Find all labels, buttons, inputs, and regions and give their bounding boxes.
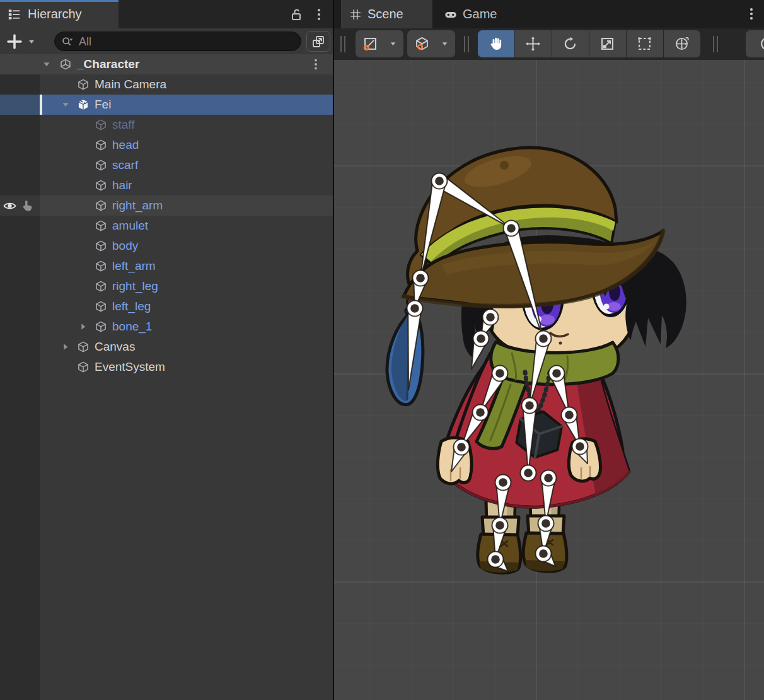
hierarchy-item-label: bone_1 — [112, 317, 152, 337]
hierarchy-row-_character[interactable]: _Character — [0, 54, 333, 74]
bone-joint-core — [539, 549, 548, 558]
bone-joint-core — [576, 442, 584, 451]
toolbar-separator — [464, 36, 470, 52]
hierarchy-row-eventsystem[interactable]: EventSystem — [0, 357, 333, 377]
bone-joint-core — [477, 334, 485, 343]
hierarchy-item-label: _Character — [77, 54, 139, 74]
bone-joint-core — [524, 469, 533, 477]
hierarchy-row-bone_1[interactable]: bone_1 — [0, 317, 333, 337]
hierarchy-panel: Hierarchy _CharacterMain CameraFeistaffh… — [0, 0, 333, 700]
toolbar-separator — [340, 36, 346, 52]
hierarchy-item-label: Fei — [95, 95, 111, 115]
open-new-window-icon — [311, 34, 326, 49]
gameobject-cube-icon — [95, 159, 107, 172]
hierarchy-search-field — [54, 32, 301, 51]
game-tab-label: Game — [463, 0, 497, 28]
bone-joint-core — [410, 304, 419, 313]
bone-joint-core — [541, 519, 550, 528]
scene-viewport[interactable] — [334, 60, 764, 700]
tab-scene[interactable]: Scene — [341, 0, 432, 28]
scene-tab-bar: Scene Game — [334, 0, 764, 28]
hierarchy-item-label: head — [112, 135, 139, 155]
scene-toolbar — [334, 28, 764, 60]
hierarchy-item-label: body — [112, 236, 138, 256]
gamepad-icon — [444, 8, 458, 21]
gameobject-cube-icon — [95, 219, 107, 232]
tab-game[interactable]: Game — [436, 0, 512, 28]
hierarchy-row-canvas[interactable]: Canvas — [0, 337, 333, 357]
bone-joint-core — [495, 521, 504, 530]
hierarchy-row-amulet[interactable]: amulet — [0, 216, 333, 236]
foldout-triangle-icon[interactable] — [61, 342, 71, 352]
foldout-triangle-icon[interactable] — [61, 100, 71, 110]
hierarchy-tree: _CharacterMain CameraFeistaffheadscarfha… — [0, 54, 333, 377]
hierarchy-row-hair[interactable]: hair — [0, 175, 333, 195]
foldout-triangle-icon[interactable] — [42, 59, 52, 69]
bone-joint-core — [486, 313, 495, 322]
hierarchy-search-input[interactable] — [78, 33, 288, 51]
bone-joint-core — [539, 334, 548, 343]
hierarchy-row-scarf[interactable]: scarf — [0, 155, 333, 175]
foldout-triangle-icon[interactable] — [78, 322, 88, 332]
hierarchy-item-label: amulet — [112, 216, 148, 236]
scale-tool-button[interactable] — [589, 30, 626, 57]
gameobject-cube-icon — [95, 280, 107, 293]
partial-circle-icon — [755, 35, 764, 52]
toolbar-separator — [713, 36, 719, 52]
transform-tool-button[interactable] — [664, 30, 700, 57]
gameobject-cube-icon — [95, 320, 107, 333]
unity-logo-icon — [59, 58, 72, 71]
pick-hand-icon[interactable] — [21, 199, 35, 213]
bone-joint-core — [507, 224, 516, 233]
hierarchy-item-label: staff — [112, 115, 135, 135]
hierarchy-row-staff[interactable]: staff — [0, 115, 333, 135]
open-new-window-button[interactable] — [306, 31, 330, 52]
hierarchy-row-fei[interactable]: Fei — [0, 95, 333, 115]
caret-down-icon — [440, 40, 449, 48]
hierarchy-row-head[interactable]: head — [0, 135, 333, 155]
gameobject-cube-icon — [77, 341, 90, 353]
hierarchy-row-body[interactable]: body — [0, 236, 333, 256]
bone-joint-core — [476, 408, 485, 417]
hierarchy-item-label: left_arm — [112, 256, 156, 276]
view-hand-tool-button[interactable] — [478, 30, 514, 57]
hierarchy-row-left_arm[interactable]: left_arm — [0, 256, 333, 276]
bone-joint-core — [457, 443, 466, 452]
hierarchy-tab-label: Hierarchy — [28, 0, 82, 28]
handle-rect-icon — [362, 35, 379, 52]
rect-tool-button[interactable] — [627, 30, 663, 57]
hierarchy-row-right_arm[interactable]: right_arm — [0, 195, 333, 216]
hierarchy-item-label: EventSystem — [95, 357, 165, 377]
tab-hierarchy[interactable]: Hierarchy — [0, 0, 119, 28]
eye-icon[interactable] — [3, 199, 17, 213]
gameobject-cube-icon — [95, 179, 107, 192]
bone-joint-core — [435, 177, 444, 185]
gameobject-cube-icon — [95, 260, 107, 272]
gameobject-cube-icon — [77, 361, 90, 373]
bone-joint-core — [552, 369, 561, 378]
hierarchy-item-label: right_leg — [112, 276, 158, 296]
create-object-caret-icon[interactable] — [26, 37, 37, 46]
hand-icon — [487, 35, 504, 52]
hierarchy-tab-bar: Hierarchy — [0, 0, 333, 28]
move-tool-button[interactable] — [515, 30, 552, 57]
kebab-menu-icon[interactable] — [744, 6, 759, 21]
search-icon[interactable] — [61, 35, 74, 49]
hierarchy-row-left_leg[interactable]: left_leg — [0, 296, 333, 317]
tool-handle-pivot-button[interactable] — [407, 30, 455, 57]
move-icon — [524, 35, 541, 52]
hierarchy-item-label: Main Camera — [95, 74, 166, 95]
overflow-tool-button[interactable] — [746, 30, 764, 57]
hierarchy-row-main-camera[interactable]: Main Camera — [0, 74, 333, 95]
tool-handle-rect-button[interactable] — [356, 30, 403, 57]
bone-joint-core — [416, 274, 425, 283]
hierarchy-row-right_leg[interactable]: right_leg — [0, 276, 333, 296]
kebab-menu-icon[interactable] — [309, 57, 323, 71]
hierarchy-item-label: Canvas — [95, 337, 135, 357]
unlocked-icon[interactable] — [289, 7, 304, 22]
grid-icon — [349, 8, 362, 21]
caret-down-icon — [388, 40, 398, 48]
create-object-button[interactable] — [5, 32, 24, 51]
kebab-menu-icon[interactable] — [311, 7, 327, 22]
rotate-tool-button[interactable] — [552, 30, 589, 57]
